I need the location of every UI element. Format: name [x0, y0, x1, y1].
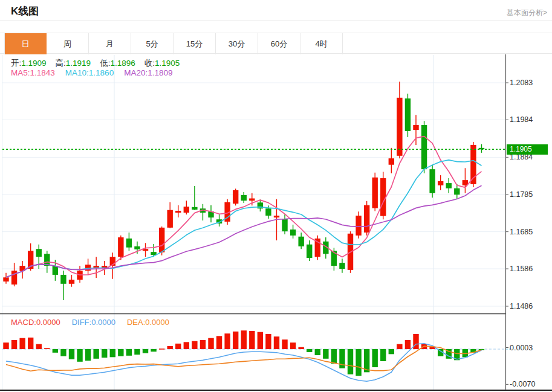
legend-value: 1.1896 — [110, 59, 135, 68]
current-price-tag: 1.1905 — [507, 144, 548, 155]
legend-value: 1.1905 — [155, 59, 180, 68]
candlesticks — [3, 82, 484, 300]
legend-item: DIFF:0.0000 — [72, 318, 115, 327]
legend-value: 0.0000 — [36, 318, 60, 327]
price-axis-label: 1.1486 — [510, 301, 533, 311]
legend-item: MA5:1.1843 — [11, 68, 55, 77]
price-axis-label: 1.1984 — [510, 115, 533, 124]
legend-value: 0.0000 — [91, 318, 115, 327]
price-axis-label: 1.2083 — [510, 78, 533, 88]
kline-widget: K线图 基本面分析> 日周月5分15分30分60分4时 开:1.1909高:1.… — [0, 0, 552, 392]
legend-item: 开:1.1909 — [11, 58, 47, 69]
macd-legend: MACD:0.0000DIFF:0.0000DEA:0.0000 — [11, 318, 169, 327]
macd-pane — [2, 330, 510, 381]
legend-value: 1.1860 — [89, 68, 114, 77]
legend-label: DEA: — [127, 318, 145, 327]
legend-label: 收: — [144, 59, 155, 68]
legend-label: DIFF: — [72, 318, 92, 327]
legend-label: MACD: — [11, 318, 36, 327]
macd-axis-label: 0.0003 — [510, 343, 533, 353]
legend-value: 1.1909 — [21, 59, 46, 68]
legend-label: MA5: — [11, 68, 30, 77]
ohlc-legend: 开:1.1909高:1.1919低:1.1896收:1.1905 — [11, 58, 180, 69]
legend-item: MA20:1.1809 — [124, 68, 172, 77]
legend-item: 高:1.1919 — [56, 58, 91, 69]
legend-value: 1.1809 — [148, 68, 172, 77]
price-axis-label: 1.1586 — [510, 264, 533, 274]
legend-value: 1.1843 — [30, 68, 55, 77]
legend-value: 0.0000 — [145, 318, 169, 327]
ma-legend: MA5:1.1843MA10:1.1860MA20:1.1809 — [11, 68, 172, 77]
legend-item: DEA:0.0000 — [127, 318, 169, 327]
legend-item: 低:1.1896 — [100, 58, 135, 69]
legend-label: 开: — [11, 59, 21, 68]
legend-item: 收:1.1905 — [144, 58, 180, 69]
price-axis-label: 1.1785 — [510, 190, 533, 199]
ma10-line — [6, 160, 482, 277]
legend-label: MA20: — [124, 68, 148, 77]
legend-label: 高: — [56, 59, 66, 68]
legend-item: MACD:0.0000 — [11, 318, 60, 327]
price-axis-label: 1.1685 — [510, 227, 533, 237]
legend-label: MA10: — [65, 68, 89, 77]
legend-value: 1.1919 — [66, 59, 91, 68]
legend-item: MA10:1.1860 — [65, 68, 114, 77]
legend-label: 低: — [100, 59, 110, 68]
macd-axis-label: -0.0070 — [510, 379, 535, 389]
